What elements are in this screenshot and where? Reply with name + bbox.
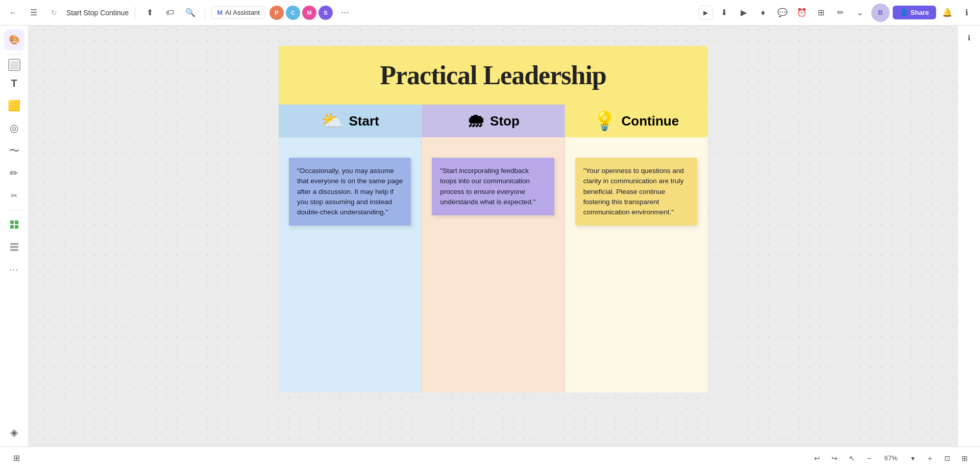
panels-button[interactable]: ⊞ xyxy=(958,451,972,465)
start-label: Start xyxy=(349,113,379,129)
minimap-button[interactable]: ⊞ xyxy=(8,450,24,466)
collab-icons: P C M S xyxy=(270,6,333,20)
column-start-body: "Occasionally, you may assume that every… xyxy=(279,137,421,392)
zoom-out-button[interactable]: − xyxy=(862,451,876,465)
undo-button[interactable]: ↩ xyxy=(810,451,824,465)
svg-rect-1 xyxy=(15,220,18,224)
zoom-fit-button[interactable]: ⊡ xyxy=(940,451,954,465)
stop-note-1[interactable]: "Start incorporating feedback loops into… xyxy=(432,158,554,215)
start-note-1-text: "Occasionally, you may assume that every… xyxy=(297,167,403,216)
play-button[interactable]: ▶ xyxy=(736,5,752,21)
collab-user-3[interactable]: M xyxy=(302,6,316,20)
zoom-in-button[interactable]: + xyxy=(923,451,937,465)
sidebar-divider-2 xyxy=(6,210,22,210)
info-button[interactable]: ℹ xyxy=(959,5,975,21)
right-sidebar: ℹ xyxy=(958,26,980,447)
top-toolbar: ← ☰ ↻ Start Stop Continue ⬆ 🏷 🔍 M AI Ass… xyxy=(0,0,980,26)
share-icon: 👤 xyxy=(900,9,908,16)
user-avatar[interactable]: B xyxy=(871,4,890,22)
sidebar-shape[interactable]: ◎ xyxy=(4,118,24,138)
sidebar-scissors[interactable]: ✂ xyxy=(4,185,24,206)
chevron-more-button[interactable]: ⌄ xyxy=(852,5,868,21)
redo-button[interactable]: ↪ xyxy=(827,451,842,465)
column-continue: 💡 Continue "Your openness to questions a… xyxy=(565,105,707,392)
back-button[interactable]: ← xyxy=(5,5,21,21)
zoom-controls: ↩ ↪ ↖ − 67% ▾ + ⊡ ⊞ xyxy=(810,451,972,465)
ai-icon: M xyxy=(217,9,223,16)
share-button[interactable]: 👤 Share xyxy=(893,6,936,19)
sync-button[interactable]: ↻ xyxy=(46,5,62,21)
sidebar-table2[interactable] xyxy=(4,237,24,257)
column-stop-header: 🌧 Stop xyxy=(422,105,564,137)
collab-user-2[interactable]: C xyxy=(286,6,300,20)
doc-title-text: Start Stop Continue xyxy=(66,9,129,17)
board-title: Practical Leadership xyxy=(289,60,697,90)
board-container: Practical Leadership ⛅ Start "Occasional… xyxy=(279,46,707,392)
sidebar-highlight[interactable]: ✏ xyxy=(4,163,24,183)
more-users-button[interactable]: ⋯ xyxy=(337,5,353,21)
right-info-button[interactable]: ℹ xyxy=(961,30,977,46)
comment-button[interactable]: 💬 xyxy=(774,5,791,21)
sidebar-template[interactable]: ◈ xyxy=(4,422,24,442)
continue-note-1[interactable]: "Your openness to questions and clarity … xyxy=(575,158,697,226)
continue-label: Continue xyxy=(621,113,679,129)
sidebar-text[interactable]: T xyxy=(4,73,24,93)
collab-user-4[interactable]: S xyxy=(318,6,333,20)
svg-rect-3 xyxy=(15,225,18,229)
start-icon: ⛅ xyxy=(321,112,344,130)
sidebar-divider-1 xyxy=(6,54,22,55)
sidebar-pen[interactable]: 〜 xyxy=(4,140,24,161)
column-continue-header: 💡 Continue xyxy=(565,105,707,137)
pen2-button[interactable]: ✏ xyxy=(832,5,849,21)
left-sidebar: 🎨 ⬜ T 🟨 ◎ 〜 ✏ ✂ ··· ◈ xyxy=(0,26,29,447)
continue-icon: 💡 xyxy=(593,112,616,130)
doc-title: Start Stop Continue xyxy=(66,9,129,17)
sidebar-sticky[interactable]: 🟨 xyxy=(4,95,24,116)
download-button[interactable]: ⬇ xyxy=(716,5,732,21)
main-area: 🎨 ⬜ T 🟨 ◎ 〜 ✏ ✂ ··· ◈ xyxy=(0,26,980,447)
sidebar-palette[interactable]: 🎨 xyxy=(4,30,24,50)
column-start-header: ⛅ Start xyxy=(279,105,421,137)
zoom-dropdown-button[interactable]: ▾ xyxy=(905,451,920,465)
svg-rect-0 xyxy=(10,220,14,224)
share-label: Share xyxy=(911,9,929,16)
svg-rect-5 xyxy=(10,246,18,248)
zoom-level: 67% xyxy=(879,454,902,462)
divider1 xyxy=(135,7,135,19)
diamond-button[interactable]: ♦ xyxy=(755,5,771,21)
menu-button[interactable]: ☰ xyxy=(26,5,42,21)
svg-rect-4 xyxy=(10,243,18,245)
stop-icon: 🌧 xyxy=(467,112,485,130)
right-toolbar: ▶ ⬇ ▶ ♦ 💬 ⏰ ⊞ ✏ ⌄ B 👤 Share 🔔 ℹ xyxy=(699,4,975,22)
bell-button[interactable]: 🔔 xyxy=(939,5,955,21)
grid-button[interactable]: ⊞ xyxy=(813,5,829,21)
continue-note-1-text: "Your openness to questions and clarity … xyxy=(583,167,684,216)
export-button[interactable]: ⬆ xyxy=(141,5,158,21)
tag-button[interactable]: 🏷 xyxy=(162,5,178,21)
column-stop: 🌧 Stop "Start incorporating feedback loo… xyxy=(422,105,564,392)
stop-label: Stop xyxy=(490,113,520,129)
canvas-area[interactable]: Practical Leadership ⛅ Start "Occasional… xyxy=(29,26,958,447)
columns-container: ⛅ Start "Occasionally, you may assume th… xyxy=(279,105,707,392)
cursor-button[interactable]: ↖ xyxy=(845,451,859,465)
collab-user-1[interactable]: P xyxy=(270,6,284,20)
column-start: ⛅ Start "Occasionally, you may assume th… xyxy=(279,105,422,392)
ai-label: AI Assistant xyxy=(225,9,260,16)
sidebar-more[interactable]: ··· xyxy=(4,259,24,280)
column-stop-body: "Start incorporating feedback loops into… xyxy=(422,137,564,392)
svg-rect-6 xyxy=(10,249,18,251)
bottom-toolbar: ⊞ ↩ ↪ ↖ − 67% ▾ + ⊡ ⊞ xyxy=(0,447,980,469)
sidebar-frame[interactable]: ⬜ xyxy=(8,59,20,71)
stop-note-1-text: "Start incorporating feedback loops into… xyxy=(440,167,535,206)
column-continue-body: "Your openness to questions and clarity … xyxy=(565,137,707,392)
timer-button[interactable]: ⏰ xyxy=(794,5,810,21)
ai-assistant-button[interactable]: M AI Assistant xyxy=(211,6,265,19)
search-button[interactable]: 🔍 xyxy=(182,5,199,21)
divider2 xyxy=(205,7,205,19)
collapse-button[interactable]: ▶ xyxy=(699,6,713,20)
board-title-section: Practical Leadership xyxy=(279,46,707,105)
sidebar-table[interactable] xyxy=(4,214,24,235)
start-note-1[interactable]: "Occasionally, you may assume that every… xyxy=(289,158,411,226)
svg-rect-2 xyxy=(10,225,14,229)
